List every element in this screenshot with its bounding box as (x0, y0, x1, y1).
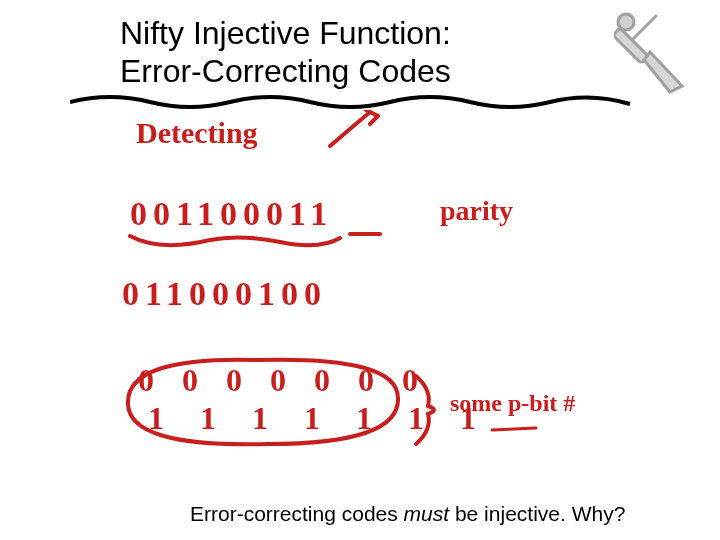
handwriting-bits-1: 001100011 (130, 195, 333, 233)
svg-marker-2 (644, 52, 682, 92)
svg-point-0 (618, 14, 634, 30)
footer-sentence: Error-correcting codes must be injective… (190, 502, 625, 526)
slide-title: Nifty Injective Function: Error-Correcti… (120, 14, 580, 91)
title-line-2: Error-Correcting Codes (120, 53, 451, 89)
sword-icon (614, 10, 694, 100)
handwriting-some-pbit: some p-bit # (450, 390, 575, 417)
title-line-1: Nifty Injective Function: (120, 15, 451, 51)
some-underline-icon (490, 424, 538, 436)
svg-line-3 (632, 16, 656, 40)
right-brace-icon (410, 370, 450, 450)
zeros-oval-icon (108, 352, 408, 452)
handwriting-parity: parity (440, 195, 513, 227)
footer-prefix: Error-correcting codes (190, 502, 404, 525)
svg-rect-1 (614, 28, 648, 63)
footer-emph: must (404, 502, 450, 525)
bits1-underline-icon (120, 230, 420, 260)
handwriting-bits-2: 011000100 (122, 275, 327, 313)
footer-suffix: be injective. Why? (449, 502, 625, 525)
handwriting-detecting: Detecting (136, 116, 258, 150)
handwriting-arrow-icon (320, 110, 380, 150)
